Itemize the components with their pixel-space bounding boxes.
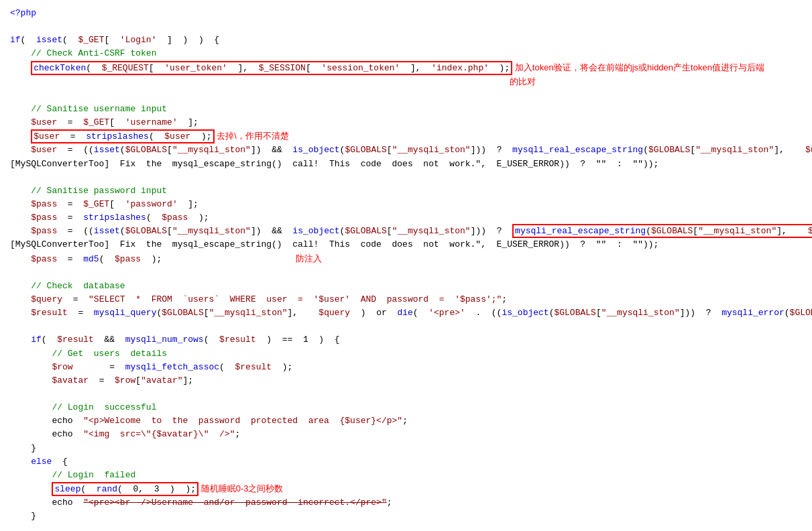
code-result: $result = mysqli_query($GLOBALS["__mysql…: [10, 306, 802, 320]
blank-line-7: [10, 523, 802, 531]
code-line-if: if( isset( $_GET[ 'Login' ] ) ) {: [10, 34, 802, 47]
code-stripslashes-user: $user = stripslashes( $user ); 去掉\，作用不清楚: [10, 129, 802, 143]
blank-line-6: [10, 388, 802, 401]
code-comment-sanitise-pass: // Sanitise password input: [10, 184, 802, 198]
code-comment-db: // Check database: [10, 280, 802, 293]
code-viewer: <?php if( isset( $_GET[ 'Login' ] ) ) { …: [0, 0, 812, 531]
code-if-result: if( $result && mysqli_num_rows( $result …: [10, 333, 802, 347]
blank-line-3: [10, 171, 802, 184]
annotation-antiinjection: 防注入: [296, 253, 322, 263]
code-comment-users: // Get users details: [10, 347, 802, 361]
code-echo-welcome: echo "<p>Welcome to the password protect…: [10, 414, 802, 428]
blank-line-2: [10, 89, 802, 103]
code-user-escape-1: $user = ((isset($GLOBALS["__mysqli_ston"…: [10, 143, 802, 157]
code-user-get: $user = $_GET[ 'username' ];: [10, 116, 802, 129]
code-pass-md5: $pass = md5( $pass );防注入: [10, 252, 802, 266]
annotation-token-cont: checkToken( $_REQUEST[ 'user_token' ], $…: [10, 75, 802, 89]
code-comment-login-ok: // Login successful: [10, 401, 802, 414]
blank-line-4: [10, 266, 802, 280]
code-avatar: $avatar = $row["avatar"];: [10, 374, 802, 388]
code-echo-img: echo "<img src=\"{$avatar}\" />";: [10, 428, 802, 441]
code-comment-login-fail: // Login failed: [10, 469, 802, 482]
code-pass-escape: $pass = ((isset($GLOBALS["__mysqli_ston"…: [10, 225, 802, 238]
code-close-if: }: [10, 442, 802, 455]
code-close-else: }: [10, 510, 802, 523]
code-comment-sanitise-user: // Sanitise username input: [10, 103, 802, 116]
code-echo-fail: echo "<pre><br />Username and/or passwor…: [10, 496, 802, 510]
code-comment-csrf: // Check Anti-CSRF token: [10, 47, 802, 60]
code-row: $row = mysqli_fetch_assoc( $result );: [10, 361, 802, 374]
code-user-escape-2: [MySQLConverterToo] Fix the mysql_escape…: [10, 158, 802, 171]
code-pass-escape-2: [MySQLConverterToo] Fix the mysql_escape…: [10, 238, 802, 251]
code-query: $query = "SELECT * FROM `users` WHERE us…: [10, 293, 802, 306]
php-open-tag: <?php: [10, 7, 802, 20]
code-pass-strip: $pass = stripslashes( $pass );: [10, 211, 802, 225]
code-else: else {: [10, 455, 802, 469]
code-check-token: checkToken( $_REQUEST[ 'user_token' ], $…: [10, 61, 802, 75]
annotation-stripslashes: 去掉\，作用不清楚: [215, 131, 289, 141]
code-pass-get: $pass = $_GET[ 'password' ];: [10, 198, 802, 211]
blank-line-1: [10, 20, 802, 34]
code-sleep: sleep( rand( 0, 3 ) ); 随机睡眠0-3之间秒数: [10, 482, 802, 496]
annotation-token: 加入token验证，将会在前端的js或hidden产生token值进行与后端: [512, 62, 764, 72]
blank-line-5: [10, 320, 802, 333]
annotation-sleep: 随机睡眠0-3之间秒数: [198, 483, 283, 493]
